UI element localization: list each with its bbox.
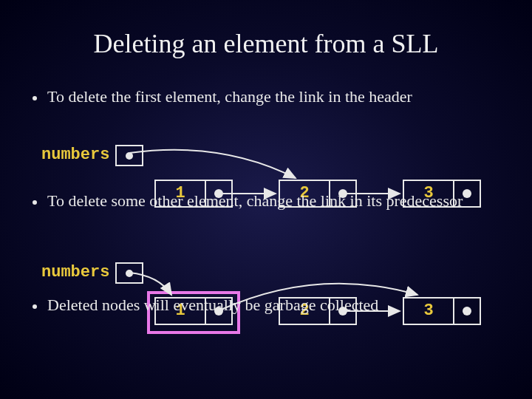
pointer-dot-icon (126, 152, 133, 160)
numbers-label-1: numbers (41, 146, 109, 164)
bullet-1-text: To delete the first element, change the … (47, 87, 412, 106)
bullet-1: To delete the first element, change the … (47, 87, 510, 106)
numbers-label-2: numbers (41, 263, 109, 282)
arrow-head-skip (129, 150, 296, 178)
bullet-dot-icon (33, 200, 37, 205)
head-box-2 (115, 262, 143, 284)
bullet-2: To delete some other element, change the… (47, 191, 510, 211)
bullet-2-text: To delete some other element, change the… (47, 191, 463, 210)
slide-title: Deleting an element from a SLL (0, 0, 532, 59)
head-box-1 (115, 145, 143, 166)
bullet-3-text: Deleted nodes will eventually be garbage… (47, 296, 378, 314)
bullet-3: Deleted nodes will eventually be garbage… (47, 296, 510, 315)
bullet-dot-icon (33, 96, 37, 100)
bullet-dot-icon (33, 304, 37, 309)
pointer-dot-icon (126, 270, 133, 277)
